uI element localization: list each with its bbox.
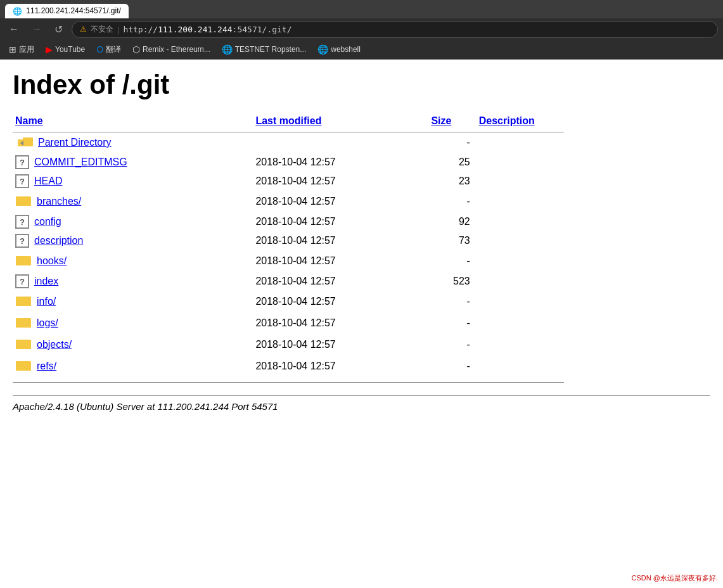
file-icon: ?: [15, 215, 29, 229]
file-link[interactable]: objects/: [37, 339, 72, 350]
bookmark-remix-label: Remix - Ethereum...: [143, 45, 210, 54]
file-desc-cell: [477, 312, 564, 334]
table-row: objects/2018-10-04 12:57-: [13, 334, 564, 355]
file-name-cell[interactable]: logs/: [13, 312, 253, 334]
file-date-cell: 2018-10-04 12:57: [253, 191, 425, 212]
file-size-cell: -: [425, 132, 476, 153]
file-desc-cell: [477, 212, 564, 231]
table-row: ? COMMIT_EDITMSG2018-10-04 12:5725: [13, 153, 564, 172]
url-display: http://111.200.241.244:54571/.git/: [123, 25, 291, 34]
col-size[interactable]: Size: [425, 113, 476, 132]
file-link[interactable]: description: [34, 235, 83, 246]
file-link[interactable]: HEAD: [34, 176, 62, 187]
file-link[interactable]: hooks/: [37, 255, 67, 267]
table-row: hooks/2018-10-04 12:57-: [13, 250, 564, 272]
browser-chrome: 🌐 111.200.241.244:54571/.git/ ← → ↺ ⚠ 不安…: [0, 0, 723, 60]
bookmark-remix[interactable]: ⬡ Remix - Ethereum...: [129, 43, 214, 56]
file-name-cell[interactable]: info/: [13, 291, 253, 312]
file-name-cell[interactable]: objects/: [13, 334, 253, 355]
file-date-cell: 2018-10-04 12:57: [253, 172, 425, 191]
file-date-cell: 2018-10-04 12:57: [253, 272, 425, 291]
file-size-cell: -: [425, 191, 476, 212]
file-desc-cell: [477, 272, 564, 291]
file-date-cell: 2018-10-04 12:57: [253, 250, 425, 272]
file-link[interactable]: index: [34, 276, 58, 287]
file-name-cell[interactable]: ? HEAD: [13, 172, 253, 191]
folder-icon: [15, 193, 32, 210]
bookmarks-bar: ⊞ 应用 ▶ YouTube O 翻译 ⬡ Remix - Ethereum..…: [0, 41, 723, 60]
file-desc-cell: [477, 172, 564, 191]
table-row: Parent Directory-: [13, 132, 564, 153]
file-name-cell[interactable]: ? COMMIT_EDITMSG: [13, 153, 253, 172]
fanyi-icon: O: [96, 44, 103, 54]
file-name-cell[interactable]: Parent Directory: [13, 132, 253, 153]
folder-icon: [15, 336, 32, 353]
file-size-cell: -: [425, 312, 476, 334]
bookmark-youtube[interactable]: ▶ YouTube: [42, 43, 89, 56]
file-name-cell[interactable]: ? index: [13, 272, 253, 291]
file-date-cell: 2018-10-04 12:57: [253, 355, 425, 377]
file-name-cell[interactable]: ? description: [13, 231, 253, 250]
file-table: Name Last modified Size Description Pare…: [13, 113, 564, 383]
table-row: info/2018-10-04 12:57-: [13, 291, 564, 312]
tab-bar: 🌐 111.200.241.244:54571/.git/: [0, 0, 723, 18]
bookmark-apps-label: 应用: [19, 44, 34, 55]
file-size-cell: -: [425, 355, 476, 377]
file-name-cell[interactable]: ? config: [13, 212, 253, 231]
active-tab[interactable]: 🌐 111.200.241.244:54571/.git/: [5, 4, 129, 18]
file-icon: ?: [15, 155, 29, 169]
folder-icon: [15, 293, 32, 310]
file-name-cell[interactable]: branches/: [13, 191, 253, 212]
file-desc-cell: [477, 153, 564, 172]
reload-button[interactable]: ↺: [51, 22, 67, 37]
back-button[interactable]: ←: [5, 22, 23, 36]
bookmark-fanyi[interactable]: O 翻译: [93, 43, 125, 56]
tab-title: 111.200.241.244:54571/.git/: [26, 6, 120, 15]
bookmark-fanyi-label: 翻译: [106, 44, 121, 55]
file-name-cell[interactable]: refs/: [13, 355, 253, 377]
file-link[interactable]: info/: [37, 296, 56, 307]
webshell-icon: 🌐: [317, 44, 328, 54]
file-size-cell: 23: [425, 172, 476, 191]
file-link[interactable]: branches/: [37, 196, 81, 207]
file-desc-cell: [477, 132, 564, 153]
file-date-cell: 2018-10-04 12:57: [253, 312, 425, 334]
file-date-cell: 2018-10-04 12:57: [253, 231, 425, 250]
address-bar[interactable]: ⚠ 不安全 | http://111.200.241.244:54571/.gi…: [72, 21, 718, 38]
file-link[interactable]: config: [34, 216, 61, 227]
forward-button[interactable]: →: [28, 22, 46, 36]
table-row: branches/2018-10-04 12:57-: [13, 191, 564, 212]
col-description[interactable]: Description: [477, 113, 564, 132]
file-size-cell: -: [425, 250, 476, 272]
file-icon: ?: [15, 174, 29, 188]
file-desc-cell: [477, 355, 564, 377]
file-name-cell[interactable]: hooks/: [13, 250, 253, 272]
file-link[interactable]: logs/: [37, 317, 58, 329]
url-port-path: :54571/.git/: [233, 25, 292, 34]
bookmark-apps[interactable]: ⊞ 应用: [5, 43, 38, 56]
bookmark-testnet[interactable]: 🌐 TESTNET Ropsten...: [218, 43, 310, 56]
col-last-modified[interactable]: Last modified: [253, 113, 425, 132]
file-link[interactable]: COMMIT_EDITMSG: [34, 157, 127, 168]
folder-icon: [15, 358, 32, 374]
file-link[interactable]: Parent Directory: [38, 137, 112, 148]
table-row: ? index2018-10-04 12:57523: [13, 272, 564, 291]
bookmark-testnet-label: TESTNET Ropsten...: [235, 45, 306, 54]
table-row: ? HEAD2018-10-04 12:5723: [13, 172, 564, 191]
file-link[interactable]: refs/: [37, 361, 56, 372]
url-host: 111.200.241.244: [158, 25, 232, 34]
page-footer: Apache/2.4.18 (Ubuntu) Server at 111.200…: [13, 395, 710, 412]
page-content: Index of /.git Name Last modified Size D…: [0, 60, 723, 503]
table-header-row: Name Last modified Size Description: [13, 113, 564, 132]
apps-icon: ⊞: [9, 44, 16, 54]
bookmark-webshell-label: webshell: [331, 45, 361, 54]
col-name[interactable]: Name: [13, 113, 253, 132]
url-separator: |: [117, 25, 119, 34]
page-title: Index of /.git: [13, 70, 710, 100]
bookmark-webshell[interactable]: 🌐 webshell: [314, 43, 364, 56]
file-desc-cell: [477, 250, 564, 272]
security-indicator: ⚠: [80, 25, 87, 34]
file-desc-cell: [477, 231, 564, 250]
file-size-cell: 25: [425, 153, 476, 172]
folder-icon: [15, 315, 32, 331]
